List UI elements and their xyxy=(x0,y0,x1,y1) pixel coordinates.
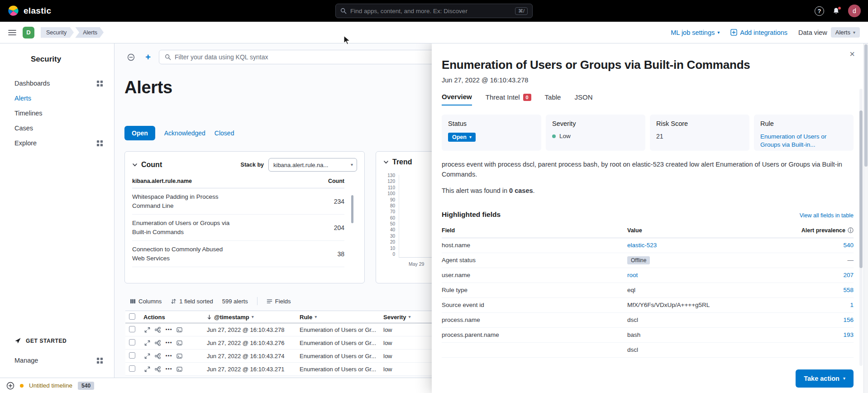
elastic-logo[interactable]: elastic xyxy=(7,5,51,17)
alert-count-label: 599 alerts xyxy=(222,298,248,305)
add-filter-button[interactable]: + xyxy=(142,51,154,63)
page-scrollbar[interactable] xyxy=(863,22,868,393)
menu-icon[interactable] xyxy=(8,29,16,36)
sort-desc-icon xyxy=(207,315,212,320)
sidebar-item-dashboards[interactable]: Dashboards xyxy=(14,79,103,88)
page-scrollbar-thumb[interactable] xyxy=(864,44,868,167)
prevalence-link[interactable]: 207 xyxy=(843,272,854,278)
breadcrumb-security[interactable]: Security xyxy=(41,27,74,38)
grid-icon xyxy=(96,80,103,87)
sidebar-title: Security xyxy=(31,55,61,64)
prevalence-link[interactable]: 1 xyxy=(850,302,854,308)
row-checkbox[interactable] xyxy=(129,352,135,359)
alert-details-flyout: × Enumeration of Users or Groups via Bui… xyxy=(432,43,863,393)
session-view-icon[interactable] xyxy=(176,340,182,346)
alerts-table: Actions @timestamp ▾ Rule ▾ Severity ▾ xyxy=(125,311,469,376)
app-toolbar: D Security Alerts ML job settings ▾ Add … xyxy=(0,22,868,43)
analyzer-icon[interactable] xyxy=(155,327,161,333)
timeline-title[interactable]: Untitled timeline xyxy=(29,382,72,389)
add-timeline-icon[interactable] xyxy=(6,382,14,390)
filter-acknowledged-button[interactable]: Acknowledged xyxy=(164,129,205,137)
alert-timestamp: Jun 27, 2022 @ 16:10:43.278 xyxy=(207,326,300,333)
status-badge[interactable]: Open ▾ xyxy=(448,133,476,142)
tab-threat-intel[interactable]: Threat Intel 0 xyxy=(486,93,531,105)
columns-icon xyxy=(130,298,136,304)
flyout-scrollbar[interactable] xyxy=(859,110,863,268)
count-row: Enumeration of Users or Groups via Built… xyxy=(132,215,344,241)
data-view-label: Data view xyxy=(798,29,827,36)
prevalence-link[interactable]: 558 xyxy=(843,287,854,293)
space-badge[interactable]: D xyxy=(23,27,34,38)
alert-timestamp: Jun 27, 2022 @ 16:10:43.276 xyxy=(207,340,300,346)
elastic-logo-icon xyxy=(7,5,19,17)
session-view-icon[interactable] xyxy=(176,353,182,359)
row-checkbox[interactable] xyxy=(129,365,135,372)
ml-job-settings-button[interactable]: ML job settings ▾ xyxy=(671,29,720,36)
fields-icon xyxy=(267,298,272,304)
analyzer-icon[interactable] xyxy=(155,366,161,372)
analyzer-icon[interactable] xyxy=(155,353,161,359)
prevalence-link[interactable]: 540 xyxy=(843,242,854,249)
fields-button[interactable]: Fields xyxy=(267,298,291,305)
field-row: Source event id MfX/Y6Fs/VDxUp/A++++g5RL… xyxy=(442,298,854,313)
columns-button[interactable]: Columns xyxy=(130,298,162,305)
sidebar-item-alerts[interactable]: Alerts xyxy=(14,94,103,103)
view-all-fields-link[interactable]: View all fields in table xyxy=(800,212,854,219)
chevron-down-icon: ▾ xyxy=(409,315,411,319)
user-name-link[interactable]: root xyxy=(627,272,786,278)
notification-dot xyxy=(838,6,841,10)
row-checkbox[interactable] xyxy=(129,339,135,345)
tab-table[interactable]: Table xyxy=(545,93,561,105)
count-table-count-header: Count xyxy=(328,178,344,184)
filter-closed-button[interactable]: Closed xyxy=(215,129,234,137)
count-row: Connection to Commonly Abused Web Servic… xyxy=(132,241,344,267)
column-header-timestamp[interactable]: @timestamp ▾ xyxy=(207,314,300,321)
expand-alert-icon[interactable] xyxy=(144,327,150,333)
prevalence-link[interactable]: 156 xyxy=(843,316,854,323)
rule-link[interactable]: Enumeration of Users or Groups via Built… xyxy=(760,133,847,149)
expand-alert-icon[interactable] xyxy=(144,353,150,359)
sort-fields-button[interactable]: 1 field sorted xyxy=(171,298,213,305)
close-icon[interactable]: × xyxy=(845,47,859,61)
help-icon[interactable]: ? xyxy=(815,6,824,16)
highlighted-fields-title: Highlighted fields xyxy=(442,211,501,219)
get-started-icon xyxy=(14,337,21,344)
add-integrations-button[interactable]: Add integrations xyxy=(730,29,787,36)
column-header-actions: Actions xyxy=(143,314,207,321)
tab-json[interactable]: JSON xyxy=(574,93,592,105)
global-search-input[interactable] xyxy=(350,8,511,14)
count-table-scrollbar[interactable] xyxy=(351,195,353,223)
notifications-bell-icon[interactable] xyxy=(832,7,840,15)
chevron-down-icon: ▾ xyxy=(315,315,317,319)
sidebar-item-manage[interactable]: Manage xyxy=(14,357,103,364)
collapse-chevron-icon[interactable] xyxy=(132,162,138,168)
prevalence-link[interactable]: 193 xyxy=(843,331,854,338)
sidebar-item-explore[interactable]: Explore xyxy=(14,139,103,148)
table-row: ⋯ Jun 27, 2022 @ 16:10:43.278 Enumeratio… xyxy=(125,323,469,336)
data-view-picker[interactable]: Alerts ▾ xyxy=(831,27,860,38)
tab-overview[interactable]: Overview xyxy=(442,93,472,105)
session-view-icon[interactable] xyxy=(176,366,182,372)
trend-panel-title: Trend xyxy=(392,158,412,166)
user-avatar[interactable]: d xyxy=(848,5,861,17)
host-name-link[interactable]: elastic-523 xyxy=(627,242,786,249)
analyzer-icon[interactable] xyxy=(155,340,161,346)
column-header-rule[interactable]: Rule ▾ xyxy=(300,314,383,321)
alert-timestamp: Jun 27, 2022 @ 16:10:43.271 xyxy=(207,366,300,373)
select-all-checkbox[interactable] xyxy=(129,313,135,320)
take-action-button[interactable]: Take action ▾ xyxy=(796,369,854,388)
expand-alert-icon[interactable] xyxy=(144,366,150,372)
info-icon[interactable] xyxy=(848,227,854,233)
expand-alert-icon[interactable] xyxy=(144,340,150,346)
sidebar-item-timelines[interactable]: Timelines xyxy=(14,109,103,118)
session-view-icon[interactable] xyxy=(176,327,182,333)
stack-by-select[interactable]: kibana.alert.rule.na... ▾ xyxy=(268,158,357,172)
collapse-chevron-icon[interactable] xyxy=(383,159,389,165)
global-search[interactable]: ⌘/ xyxy=(335,4,533,18)
get-started-button[interactable]: GET STARTED xyxy=(14,337,103,344)
row-checkbox[interactable] xyxy=(129,326,135,332)
breadcrumb-alerts[interactable]: Alerts xyxy=(75,27,104,38)
saved-query-icon[interactable] xyxy=(124,51,137,63)
filter-open-button[interactable]: Open xyxy=(124,126,155,140)
sidebar-item-cases[interactable]: Cases xyxy=(14,124,103,133)
